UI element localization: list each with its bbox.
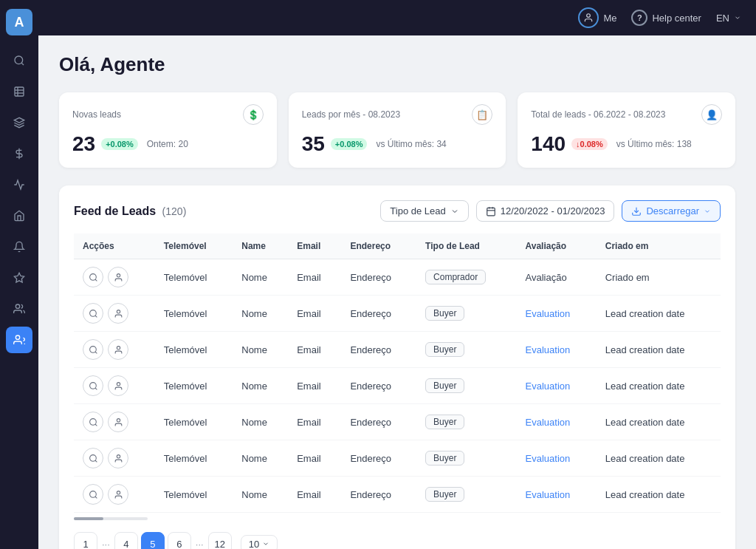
evaluation-link[interactable]: Evaluation <box>526 381 571 392</box>
cell-name: Nome <box>233 440 288 477</box>
sidebar-icon-search[interactable] <box>6 47 32 74</box>
cell-avaliacao[interactable]: Evaluation <box>517 332 597 368</box>
svg-rect-2 <box>15 87 24 96</box>
date-range-label: 12/20/2022 - 01/20/2023 <box>501 205 605 216</box>
cell-telemovel: Telemóvel <box>155 368 233 404</box>
sidebar-icon-trend[interactable] <box>6 171 32 198</box>
per-page-select[interactable]: 10 <box>241 535 278 550</box>
user-action-icon[interactable] <box>108 267 128 287</box>
search-action-icon[interactable] <box>83 448 103 468</box>
page-btn-6[interactable]: 6 <box>168 532 191 549</box>
help-center[interactable]: ? Help center <box>631 10 701 26</box>
user-action-icon[interactable] <box>108 339 128 360</box>
cell-avaliacao[interactable]: Evaluation <box>517 477 597 513</box>
main-area: Me ? Help center EN Olá, Agente Novas le… <box>38 0 756 549</box>
col-endereco: Endereço <box>341 233 416 259</box>
cell-criado: Lead creation date <box>597 477 721 513</box>
svg-line-1 <box>21 63 24 65</box>
cell-name: Nome <box>233 332 288 368</box>
topbar: Me ? Help center EN <box>38 0 756 35</box>
cell-criado: Lead creation date <box>597 332 721 368</box>
evaluation-link[interactable]: Evaluation <box>526 308 571 319</box>
content-area: Olá, Agente Novas leads 💲 23 +0.08% Onte… <box>38 35 756 549</box>
calendar-icon <box>486 206 496 216</box>
stat-value-1: 23 <box>72 132 95 156</box>
user-action-icon[interactable] <box>108 303 128 324</box>
tipo-de-lead-dropdown[interactable]: Tipo de Lead <box>380 200 468 222</box>
user-action-icon[interactable] <box>108 448 128 468</box>
col-avaliacao: Avaliação <box>517 233 597 259</box>
stat-value-row-2: 35 +0.08% vs Último mês: 34 <box>302 132 493 156</box>
search-action-icon[interactable] <box>83 303 103 324</box>
page-btn-1[interactable]: 1 <box>74 532 97 549</box>
per-page-value: 10 <box>249 539 259 550</box>
evaluation-link[interactable]: Evaluation <box>526 453 571 464</box>
svg-point-35 <box>117 454 120 457</box>
search-action-icon[interactable] <box>83 339 103 360</box>
language-selector[interactable]: EN <box>716 13 741 24</box>
stat-badge-3: ↓0.08% <box>571 138 608 150</box>
table-row: Telemóvel Nome Email Endereço Buyer Eval… <box>74 404 721 440</box>
user-action-icon[interactable] <box>108 375 128 396</box>
search-action-icon[interactable] <box>83 375 103 396</box>
tipo-badge: Buyer <box>425 342 464 357</box>
cell-avaliacao[interactable]: Evaluation <box>517 296 597 332</box>
svg-point-23 <box>117 310 120 313</box>
stat-card-leads-mes: Leads por mês - 08.2023 📋 35 +0.08% vs Ú… <box>289 92 506 168</box>
stat-value-3: 140 <box>531 132 566 156</box>
svg-line-19 <box>95 279 97 281</box>
cell-avaliacao[interactable]: Evaluation <box>517 368 597 404</box>
cell-avaliacao[interactable]: Evaluation <box>517 404 597 440</box>
cell-actions <box>74 477 155 513</box>
page-dots-2: ··· <box>194 539 205 550</box>
col-tipo: Tipo de Lead <box>416 233 516 259</box>
sidebar-icon-layers[interactable] <box>6 109 32 136</box>
svg-marker-8 <box>14 273 24 282</box>
user-action-icon[interactable] <box>108 412 128 432</box>
cell-tipo: Buyer <box>416 296 516 332</box>
tipo-badge: Buyer <box>425 451 464 466</box>
page-btn-12[interactable]: 12 <box>208 532 232 549</box>
cell-endereco: Endereço <box>341 440 416 477</box>
cell-actions <box>74 332 155 368</box>
sidebar-icon-bell[interactable] <box>6 233 32 260</box>
cell-tipo: Comprador <box>416 259 516 296</box>
sidebar-icon-handshake[interactable] <box>6 296 32 322</box>
tipo-badge: Buyer <box>425 415 464 429</box>
sidebar-icon-star[interactable] <box>6 265 32 291</box>
evaluation-link[interactable]: Evaluation <box>526 417 571 428</box>
svg-line-28 <box>95 388 97 389</box>
stat-card-header: Novas leads 💲 <box>72 104 264 125</box>
stat-card-novas-leads: Novas leads 💲 23 +0.08% Ontem: 20 <box>59 92 277 168</box>
sidebar-icon-home[interactable] <box>6 202 32 229</box>
col-email: Email <box>288 233 341 259</box>
sidebar-icon-dollar[interactable] <box>6 140 32 167</box>
evaluation-link[interactable]: Evaluation <box>526 489 571 500</box>
cell-name: Nome <box>233 477 288 513</box>
cell-avaliacao[interactable]: Evaluation <box>517 440 597 477</box>
search-action-icon[interactable] <box>83 484 103 505</box>
action-icons <box>83 267 146 287</box>
svg-point-33 <box>89 454 96 461</box>
cell-endereco: Endereço <box>341 296 416 332</box>
app-logo: A <box>6 9 32 35</box>
search-action-icon[interactable] <box>83 267 103 287</box>
sidebar-icon-people[interactable] <box>6 327 32 353</box>
tipo-badge: Comprador <box>425 270 486 284</box>
svg-line-22 <box>95 316 97 317</box>
evaluation-link[interactable]: Evaluation <box>526 344 571 355</box>
date-range-picker[interactable]: 12/20/2022 - 01/20/2023 <box>476 200 615 222</box>
user-action-icon[interactable] <box>108 484 128 505</box>
user-menu[interactable]: Me <box>578 7 616 28</box>
cell-email: Email <box>288 259 341 296</box>
search-action-icon[interactable] <box>83 412 103 432</box>
action-icons <box>83 339 146 360</box>
cell-tipo: Buyer <box>416 332 516 368</box>
cell-endereco: Endereço <box>341 259 416 296</box>
page-btn-5[interactable]: 5 <box>141 532 165 549</box>
cell-name: Nome <box>233 368 288 404</box>
page-btn-4[interactable]: 4 <box>114 532 138 549</box>
sidebar-icon-chart[interactable] <box>6 78 32 105</box>
download-button[interactable]: Descarregar <box>622 200 721 222</box>
feed-section: Feed de Leads (120) Tipo de Lead 12/20/2… <box>59 185 735 549</box>
